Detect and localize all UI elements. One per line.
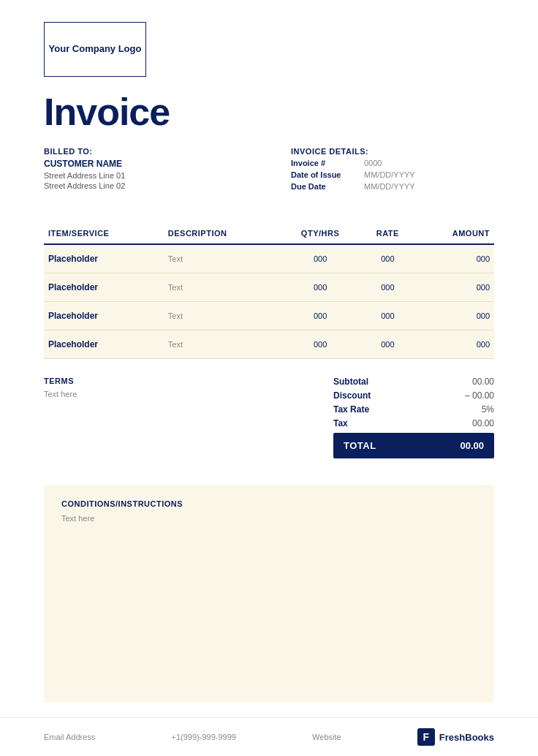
- row-1-item: Placeholder: [44, 273, 164, 302]
- row-2-rate: 000: [360, 302, 414, 330]
- freshbooks-logo: F FreshBooks: [417, 728, 494, 746]
- logo-text: Your Company Logo: [49, 43, 142, 56]
- conditions-label: CONDITIONS/INSTRUCTIONS: [61, 499, 477, 508]
- row-1-amount: 000: [414, 273, 494, 302]
- table-section: ITEM/SERVICE DESCRIPTION QTY/HRS RATE AM…: [0, 223, 538, 359]
- conditions-text: Text here: [61, 514, 477, 523]
- table-row: Placeholder Text 000 000 000: [44, 330, 494, 359]
- invoice-number-label: Invoice #: [291, 159, 364, 167]
- billing-row: BILLED TO: CUSTOMER NAME Street Address …: [44, 147, 494, 194]
- tax-value: 00.00: [450, 418, 494, 428]
- tax-rate-label: Tax Rate: [333, 404, 391, 415]
- row-2-desc: Text: [164, 302, 280, 330]
- conditions-section: CONDITIONS/INSTRUCTIONS Text here: [44, 485, 494, 703]
- address-line-1: Street Address Line 01: [44, 171, 247, 180]
- row-3-desc: Text: [164, 330, 280, 359]
- row-0-amount: 000: [414, 244, 494, 273]
- table-row: Placeholder Text 000 000 000: [44, 273, 494, 302]
- table-row: Placeholder Text 000 000 000: [44, 244, 494, 273]
- footer-website: Website: [312, 733, 341, 741]
- date-issue-row: Date of Issue MM/DD/YYYY: [291, 170, 494, 179]
- tax-label: Tax: [333, 418, 370, 428]
- col-qty: QTY/HRS: [280, 223, 361, 244]
- date-issue-label: Date of Issue: [291, 170, 364, 179]
- billed-to-section: BILLED TO: CUSTOMER NAME Street Address …: [44, 147, 247, 194]
- invoice-page: Your Company Logo Invoice BILLED TO: CUS…: [0, 0, 538, 756]
- table-row: Placeholder Text 000 000 000: [44, 302, 494, 330]
- row-0-qty: 000: [280, 244, 361, 273]
- invoice-number-row: Invoice # 0000: [291, 159, 494, 167]
- row-2-item: Placeholder: [44, 302, 164, 330]
- subtotal-value: 00.00: [450, 377, 494, 387]
- subtotal-row: Subtotal 00.00: [333, 377, 494, 387]
- row-3-amount: 000: [414, 330, 494, 359]
- col-item: ITEM/SERVICE: [44, 223, 164, 244]
- row-2-amount: 000: [414, 302, 494, 330]
- discount-value: – 00.00: [450, 390, 494, 401]
- invoice-number-value: 0000: [364, 159, 382, 167]
- top-section: Your Company Logo Invoice BILLED TO: CUS…: [0, 0, 538, 208]
- date-issue-value: MM/DD/YYYY: [364, 170, 415, 179]
- terms-text: Text here: [44, 390, 333, 398]
- row-3-rate: 000: [360, 330, 414, 359]
- discount-label: Discount: [333, 390, 393, 401]
- address-line-2: Street Address Line 02: [44, 181, 247, 190]
- row-1-qty: 000: [280, 273, 361, 302]
- row-3-qty: 000: [280, 330, 361, 359]
- due-date-value: MM/DD/YYYY: [364, 182, 415, 191]
- col-description: DESCRIPTION: [164, 223, 280, 244]
- total-final-row: TOTAL 00.00: [333, 433, 494, 458]
- freshbooks-icon: F: [417, 728, 435, 746]
- row-1-desc: Text: [164, 273, 280, 302]
- discount-row: Discount – 00.00: [333, 390, 494, 401]
- footer-phone: +1(999)-999-9999: [172, 733, 236, 741]
- invoice-details-label: INVOICE DETAILS:: [291, 147, 494, 156]
- total-label: TOTAL: [344, 440, 376, 451]
- invoice-details-section: INVOICE DETAILS: Invoice # 0000 Date of …: [247, 147, 494, 194]
- billed-to-label: BILLED TO:: [44, 147, 247, 156]
- row-0-rate: 000: [360, 244, 414, 273]
- invoice-title: Invoice: [44, 90, 494, 134]
- row-1-rate: 000: [360, 273, 414, 302]
- terms-label: TERMS: [44, 377, 333, 385]
- col-rate: RATE: [360, 223, 414, 244]
- invoice-table: ITEM/SERVICE DESCRIPTION QTY/HRS RATE AM…: [44, 223, 494, 359]
- row-0-item: Placeholder: [44, 244, 164, 273]
- totals-section: Subtotal 00.00 Discount – 00.00 Tax Rate…: [333, 377, 494, 458]
- subtotal-label: Subtotal: [333, 377, 390, 387]
- tax-rate-row: Tax Rate 5%: [333, 404, 494, 415]
- due-date-row: Due Date MM/DD/YYYY: [291, 182, 494, 191]
- row-0-desc: Text: [164, 244, 280, 273]
- company-logo: Your Company Logo: [44, 22, 146, 77]
- footer: Email Address +1(999)-999-9999 Website F…: [0, 717, 538, 756]
- table-body: Placeholder Text 000 000 000 Placeholder…: [44, 244, 494, 359]
- row-2-qty: 000: [280, 302, 361, 330]
- footer-email: Email Address: [44, 733, 95, 741]
- freshbooks-icon-letter: F: [423, 731, 430, 743]
- total-value: 00.00: [460, 440, 484, 451]
- freshbooks-brand-name: FreshBooks: [439, 732, 494, 743]
- col-amount: AMOUNT: [414, 223, 494, 244]
- row-3-item: Placeholder: [44, 330, 164, 359]
- due-date-label: Due Date: [291, 182, 364, 191]
- tax-row: Tax 00.00: [333, 418, 494, 428]
- bottom-section: TERMS Text here Subtotal 00.00 Discount …: [0, 365, 538, 470]
- customer-name: CUSTOMER NAME: [44, 159, 247, 169]
- tax-rate-value: 5%: [450, 404, 494, 415]
- terms-section: TERMS Text here: [44, 377, 333, 398]
- table-header-row: ITEM/SERVICE DESCRIPTION QTY/HRS RATE AM…: [44, 223, 494, 244]
